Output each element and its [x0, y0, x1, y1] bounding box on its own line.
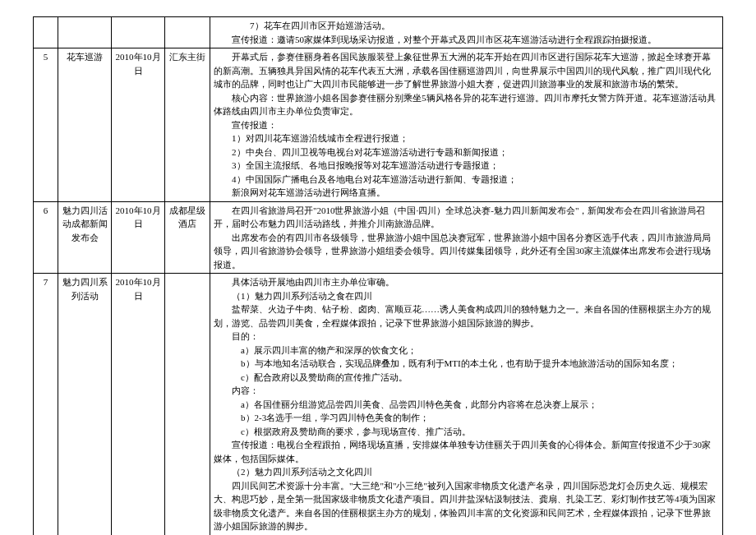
content-line: 新浪网对花车巡游活动进行网络直播。 [214, 186, 719, 200]
content-line: 2）中央台、四川卫视等电视台对花车巡游活动进行专题和新闻报道； [214, 145, 719, 159]
content-line: 四川民间艺术资源十分丰富。"大三绝"和"小三绝"被列入国家非物质文化遗产名录，四… [214, 479, 719, 533]
activity-place [165, 17, 210, 48]
activity-content: 7）花车在四川市区开始巡游活动。宣传报道：邀请50家媒体到现场采访报道，对整个开… [210, 17, 723, 48]
content-line: b）2-3名选手一组，学习四川特色美食的制作； [214, 411, 719, 425]
content-line: （2）魅力四川系列活动之文化四川 [214, 465, 719, 479]
content-line: 宣传报道：电视台全程跟拍，网络现场直播，安排媒体单独专访佳丽关于四川美食的心得体… [214, 438, 719, 465]
schedule-table: 7）花车在四川市区开始巡游活动。宣传报道：邀请50家媒体到现场采访报道，对整个开… [33, 16, 723, 535]
activity-place [165, 274, 210, 536]
activity-date: 2010年10月 日 [112, 48, 165, 202]
content-line: 盐帮菜、火边子牛肉、钻子粉、卤肉、富顺豆花……诱人美食构成四川的独特魅力之一。来… [214, 302, 719, 330]
content-line: 4）中国国际广播电台及各地电台对花车巡游活动进行新闻、专题报道； [214, 173, 719, 187]
activity-date: 2010年10月 日 [112, 201, 165, 274]
activity-date: 2010年10月 日 [112, 274, 165, 536]
row-number [34, 17, 58, 48]
activity-content: 在四川省旅游局召开"2010世界旅游小姐（中国·四川）全球总决赛-魅力四川新闻发… [210, 201, 723, 274]
content-line: 目的： [214, 330, 719, 344]
activity-name [58, 17, 112, 48]
content-line: 具体活动开展地由四川市主办单位审确。 [214, 275, 719, 289]
activity-place: 成都星级酒店 [165, 201, 210, 274]
activity-name: 魅力四川活动成都新闻发布会 [58, 201, 112, 274]
table-row: 7）花车在四川市区开始巡游活动。宣传报道：邀请50家媒体到现场采访报道，对整个开… [34, 17, 723, 48]
table-row: 7魅力四川系列活动2010年10月 日具体活动开展地由四川市主办单位审确。（1）… [34, 274, 723, 536]
content-line: （1）魅力四川系列活动之食在四川 [214, 289, 719, 303]
content-line: 内容： [214, 384, 719, 398]
content-line: 开幕式后，参赛佳丽身着各国民族服装登上象征世界五大洲的花车开始在四川市区进行国际… [214, 50, 719, 91]
content-line: b）与本地知名活动联合，实现品牌叠加，既有利于MTI的本土化，也有助于提升本地旅… [214, 357, 719, 371]
activity-name: 魅力四川系列活动 [58, 274, 112, 536]
row-number: 5 [34, 48, 58, 202]
content-line: a）展示四川丰富的物产和深厚的饮食文化； [214, 344, 719, 357]
content-line: 宣传报道：邀请50家媒体到现场采访报道，对整个开幕式及四川市区花车巡游活动进行全… [214, 33, 719, 47]
content-line: 在四川省旅游局召开"2010世界旅游小姐（中国·四川）全球总决赛-魅力四川新闻发… [214, 204, 719, 231]
activity-name: 花车巡游 [58, 48, 112, 202]
content-line: 1）对四川花车巡游沿线城市全程进行报道； [214, 131, 719, 145]
content-line: c）配合政府以及赞助商的宣传推广活动。 [214, 371, 719, 385]
content-line: 宣传报道： [214, 118, 719, 132]
activity-place: 汇东主街 [165, 48, 210, 202]
table-row: 5花车巡游2010年10月 日汇东主街开幕式后，参赛佳丽身着各国民族服装登上象征… [34, 48, 723, 202]
content-line: c）根据政府及赞助商的要求，参与现场宣传、推广活动。 [214, 425, 719, 439]
activity-date [112, 17, 165, 48]
content-line: 核心内容：世界旅游小姐各国参赛佳丽分别乘坐5辆风格各异的花车进行巡游。四川市摩托… [214, 91, 719, 118]
content-line: 3）全国主流报纸、各地日报晚报等对花车巡游活动进行专题报道； [214, 159, 719, 173]
activity-content: 具体活动开展地由四川市主办单位审确。（1）魅力四川系列活动之食在四川盐帮菜、火边… [210, 274, 723, 536]
content-line: a）各国佳丽分组游览品尝四川美食、品尝四川特色美食，此部分内容将在总决赛上展示； [214, 398, 719, 412]
activity-content: 开幕式后，参赛佳丽身着各国民族服装登上象征世界五大洲的花车开始在四川市区进行国际… [210, 48, 723, 202]
row-number: 7 [34, 274, 58, 536]
content-line: 出席发布会的有四川市各级领导，世界旅游小姐中国总决赛冠军，世界旅游小姐中国各分赛… [214, 231, 719, 272]
table-row: 6魅力四川活动成都新闻发布会2010年10月 日成都星级酒店在四川省旅游局召开"… [34, 201, 723, 274]
row-number: 6 [34, 201, 58, 274]
content-line: 7）花车在四川市区开始巡游活动。 [214, 19, 719, 33]
